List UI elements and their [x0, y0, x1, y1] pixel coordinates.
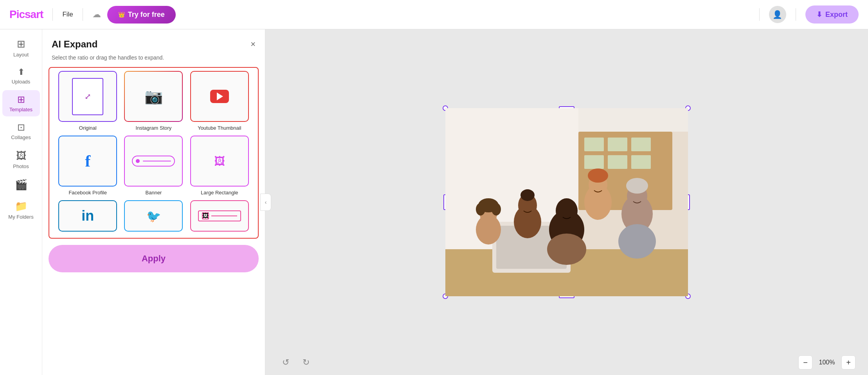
header-divider-4 — [796, 8, 796, 21]
sidebar-label-uploads: Uploads — [12, 79, 31, 85]
header-divider — [52, 8, 53, 21]
svg-point-17 — [492, 203, 501, 216]
canvas-area: ↺ ↻ − 100% + — [265, 29, 868, 375]
panel-title: AI Expand — [52, 39, 97, 50]
sidebar-item-uploads[interactable]: ⬆ Uploads — [2, 63, 40, 89]
ratio-item-instagram[interactable]: 📷 Instagram Story — [123, 71, 184, 131]
header-divider-2 — [83, 8, 83, 21]
instagram-icon: 📷 — [144, 88, 163, 105]
redo-button[interactable]: ↻ — [298, 355, 314, 370]
zoom-out-button[interactable]: − — [798, 355, 812, 370]
pink-banner-shape: 🖼 — [198, 210, 241, 221]
collages-icon: ⊡ — [17, 122, 25, 133]
collapse-handle[interactable]: ‹ — [260, 194, 271, 211]
header: Picsart File ☁ 👑 Try for free 👤 ⬇ Export — [0, 0, 868, 29]
video-icon: 🎬 — [15, 179, 27, 191]
svg-rect-4 — [631, 138, 651, 151]
cloud-icon[interactable]: ☁ — [92, 9, 101, 20]
ratio-card-pink-banner[interactable]: 🖼 — [190, 200, 249, 232]
ratio-item-banner[interactable]: Banner — [123, 136, 184, 196]
large-rect-icon: 🖼 — [214, 155, 225, 168]
ratio-card-twitter[interactable]: 🐦 — [124, 200, 183, 232]
layout-icon: ⊞ — [17, 38, 25, 50]
svg-point-16 — [476, 203, 485, 216]
zoom-in-button[interactable]: + — [841, 355, 855, 370]
ratio-label-youtube: Youtube Thumbnail — [198, 125, 241, 131]
svg-rect-2 — [584, 138, 604, 151]
linkedin-icon: in — [81, 208, 94, 224]
try-free-label: Try for free — [128, 11, 165, 19]
uploads-icon: ⬆ — [18, 67, 25, 77]
header-right: 👤 ⬇ Export — [756, 5, 859, 24]
crown-icon: 👑 — [118, 11, 125, 18]
ratio-label-original: Original — [79, 125, 97, 131]
templates-icon: ⊞ — [17, 94, 25, 105]
photos-icon: 🖼 — [16, 150, 26, 162]
file-menu[interactable]: File — [62, 11, 73, 18]
export-label: Export — [825, 11, 848, 19]
svg-rect-6 — [608, 155, 627, 169]
export-icon: ⬇ — [816, 10, 822, 19]
svg-rect-9 — [578, 108, 688, 132]
my-folders-icon: 📁 — [15, 200, 27, 212]
svg-point-26 — [547, 234, 586, 265]
logo-text: Picsart — [9, 8, 43, 21]
original-inner: ⤢ — [72, 78, 103, 115]
pink-line — [211, 216, 237, 216]
ratio-card-instagram[interactable]: 📷 — [124, 71, 183, 122]
svg-rect-5 — [584, 155, 604, 169]
main-layout: ⊞ Layout ⬆ Uploads ⊞ Templates ⊡ Collage… — [0, 29, 868, 375]
ratio-label-facebook: Facebook Profile — [68, 190, 107, 196]
export-button[interactable]: ⬇ Export — [805, 5, 859, 24]
banner-shape — [132, 156, 175, 167]
facebook-icon: f — [85, 152, 90, 170]
undo-redo-controls: ↺ ↻ — [278, 355, 314, 370]
sidebar: ⊞ Layout ⬆ Uploads ⊞ Templates ⊡ Collage… — [0, 29, 42, 375]
ratio-card-original[interactable]: ⤢ — [58, 71, 117, 122]
canvas-image-container — [445, 108, 688, 296]
ai-expand-panel: AI Expand × Select the ratio or drag the… — [42, 29, 265, 375]
ratio-card-banner[interactable] — [124, 136, 183, 187]
sidebar-item-my-folders[interactable]: 📁 My Folders — [2, 196, 40, 224]
svg-point-20 — [520, 189, 535, 201]
ratio-label-instagram: Instagram Story — [136, 125, 172, 131]
svg-rect-7 — [631, 155, 651, 169]
bottom-bar: ↺ ↻ − 100% + — [265, 350, 868, 375]
ratio-item-youtube[interactable]: Youtube Thumbnail — [189, 71, 250, 131]
svg-point-25 — [556, 198, 578, 223]
sidebar-item-photos[interactable]: 🖼 Photos — [2, 146, 40, 173]
ratio-item-pink-banner[interactable]: 🖼 — [189, 200, 250, 232]
ratio-item-facebook[interactable]: f Facebook Profile — [57, 136, 118, 196]
ratio-label-large-rect: Large Rectangle — [201, 190, 238, 196]
ratio-card-large-rect[interactable]: 🖼 — [190, 136, 249, 187]
sidebar-label-photos: Photos — [13, 163, 29, 169]
ratio-item-linkedin[interactable]: in — [57, 200, 118, 232]
sidebar-item-layout[interactable]: ⊞ Layout — [2, 34, 40, 62]
try-free-button[interactable]: 👑 Try for free — [107, 6, 176, 24]
sidebar-label-templates: Templates — [9, 107, 32, 112]
ratio-card-linkedin[interactable]: in — [58, 200, 117, 232]
youtube-play-icon — [217, 92, 223, 100]
svg-rect-3 — [608, 138, 627, 151]
youtube-icon — [210, 90, 229, 103]
ratio-item-original[interactable]: ⤢ Original — [57, 71, 118, 131]
banner-line — [143, 161, 171, 161]
ratio-card-youtube[interactable] — [190, 71, 249, 122]
ratio-item-large-rect[interactable]: 🖼 Large Rectangle — [189, 136, 250, 196]
sidebar-item-collages[interactable]: ⊡ Collages — [2, 118, 40, 144]
ratio-label-banner: Banner — [146, 190, 162, 196]
ratio-item-twitter[interactable]: 🐦 — [123, 200, 184, 232]
sidebar-label-my-folders: My Folders — [8, 214, 33, 220]
sidebar-item-video[interactable]: 🎬 — [2, 175, 40, 195]
undo-button[interactable]: ↺ — [278, 355, 294, 370]
twitter-icon: 🐦 — [146, 209, 161, 223]
close-button[interactable]: × — [250, 39, 256, 49]
apply-button[interactable]: Apply — [49, 245, 259, 272]
banner-dot — [136, 159, 140, 163]
sidebar-item-templates[interactable]: ⊞ Templates — [2, 90, 40, 116]
logo[interactable]: Picsart — [9, 8, 43, 21]
sidebar-label-collages: Collages — [11, 134, 31, 140]
avatar-button[interactable]: 👤 — [769, 6, 786, 23]
ratio-card-facebook[interactable]: f — [58, 136, 117, 187]
zoom-controls: − 100% + — [798, 355, 855, 370]
